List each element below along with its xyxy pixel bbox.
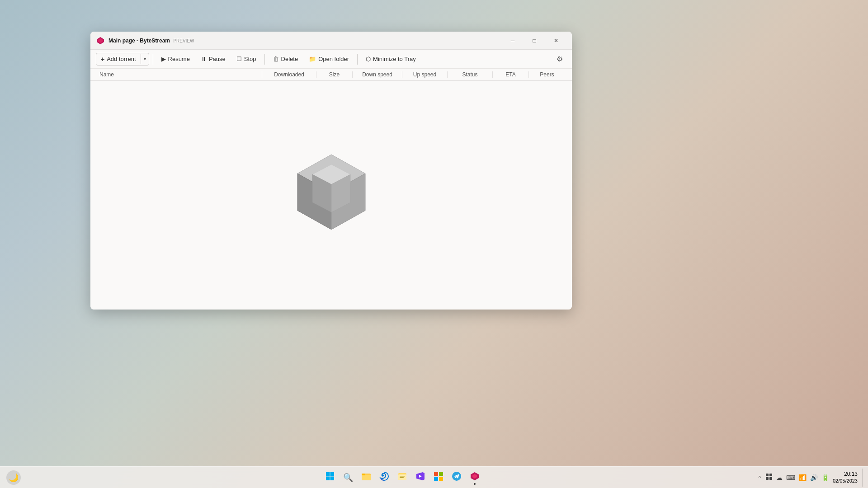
window-title: Main page - ByteStream PREVIEW bbox=[108, 38, 502, 44]
telegram-icon bbox=[452, 471, 462, 483]
column-down-speed[interactable]: Down speed bbox=[353, 71, 402, 78]
svg-rect-27 bbox=[769, 474, 772, 476]
column-peers[interactable]: Peers bbox=[529, 71, 565, 78]
delete-icon: 🗑 bbox=[273, 56, 279, 62]
edge-icon bbox=[379, 471, 389, 483]
svg-rect-8 bbox=[326, 472, 330, 476]
keyboard-icon[interactable]: ⌨ bbox=[785, 473, 796, 482]
files-app-icon bbox=[397, 471, 407, 483]
column-up-speed[interactable]: Up speed bbox=[402, 71, 448, 78]
stop-button[interactable]: ☐ Stop bbox=[232, 53, 261, 65]
svg-rect-22 bbox=[439, 477, 443, 481]
telegram-button[interactable] bbox=[448, 469, 465, 486]
toolbar-separator-3 bbox=[357, 54, 358, 65]
svg-rect-13 bbox=[362, 475, 371, 480]
column-eta[interactable]: ETA bbox=[493, 71, 529, 78]
ms-store-button[interactable] bbox=[430, 469, 447, 486]
svg-rect-11 bbox=[330, 477, 335, 481]
wifi-icon[interactable]: 📶 bbox=[798, 473, 807, 482]
open-folder-button[interactable]: 📁 Open folder bbox=[304, 53, 354, 65]
cortana-icon[interactable]: 🌙 bbox=[6, 470, 21, 485]
taskbar-right: ^ ☁ ⌨ 📶 🔊 🔋 bbox=[778, 469, 868, 487]
add-torrent-button[interactable]: + Add torrent bbox=[96, 53, 141, 65]
battery-icon[interactable]: 🔋 bbox=[821, 473, 830, 482]
resume-button[interactable]: ▶ Resume bbox=[157, 53, 194, 65]
system-clock[interactable]: 20:13 02/05/2023 bbox=[833, 471, 858, 484]
svg-rect-10 bbox=[326, 477, 330, 481]
minimize-button[interactable]: ─ bbox=[502, 33, 523, 48]
visual-studio-icon bbox=[415, 471, 425, 483]
column-downloaded[interactable]: Downloaded bbox=[262, 71, 316, 78]
empty-state-cube bbox=[286, 145, 377, 245]
onedrive-icon[interactable]: ☁ bbox=[775, 473, 783, 482]
search-icon: 🔍 bbox=[343, 473, 353, 483]
delete-button[interactable]: 🗑 Delete bbox=[269, 53, 303, 65]
svg-rect-21 bbox=[434, 477, 438, 481]
file-explorer-button[interactable] bbox=[358, 469, 374, 486]
add-torrent-dropdown-button[interactable]: ▾ bbox=[141, 54, 149, 64]
taskbar: 🌙 🔍 bbox=[0, 466, 868, 488]
column-status[interactable]: Status bbox=[448, 71, 493, 78]
tray-icons: ^ ☁ ⌨ 📶 🔊 🔋 bbox=[757, 472, 830, 483]
column-headers: Name Downloaded Size Down speed Up speed… bbox=[90, 69, 572, 81]
app-icon bbox=[96, 36, 105, 45]
svg-rect-14 bbox=[362, 474, 365, 475]
column-name[interactable]: Name bbox=[90, 71, 262, 78]
bytestream-taskbar-icon bbox=[470, 471, 480, 483]
plus-icon: + bbox=[101, 56, 104, 63]
start-button[interactable] bbox=[322, 469, 338, 486]
volume-icon[interactable]: 🔊 bbox=[809, 473, 819, 482]
taskbar-left: 🌙 bbox=[0, 470, 27, 485]
toolbar-separator-1 bbox=[153, 54, 153, 65]
toolbar: + Add torrent ▾ ▶ Resume ⏸ Pause ☐ bbox=[90, 50, 572, 69]
cortana-symbol: 🌙 bbox=[9, 473, 19, 483]
column-size[interactable]: Size bbox=[316, 71, 353, 78]
svg-rect-17 bbox=[400, 476, 405, 477]
svg-rect-28 bbox=[766, 477, 769, 480]
maximize-button[interactable]: □ bbox=[524, 33, 545, 48]
chevron-down-icon: ▾ bbox=[144, 56, 146, 61]
pause-button[interactable]: ⏸ Pause bbox=[196, 53, 230, 65]
title-bar: Main page - ByteStream PREVIEW ─ □ ✕ bbox=[90, 32, 572, 50]
desktop: Main page - ByteStream PREVIEW ─ □ ✕ + A… bbox=[0, 0, 868, 488]
file-explorer-icon bbox=[361, 471, 371, 483]
edge-button[interactable] bbox=[376, 469, 392, 486]
toolbar-separator-2 bbox=[264, 54, 265, 65]
content-area bbox=[90, 81, 572, 310]
tray-expand-button[interactable]: ^ bbox=[757, 474, 763, 481]
taskbar-center: 🔍 bbox=[27, 469, 778, 486]
ms-store-icon bbox=[434, 471, 443, 483]
pause-icon: ⏸ bbox=[201, 56, 207, 62]
svg-rect-26 bbox=[766, 474, 769, 476]
settings-button[interactable]: ⚙ bbox=[553, 52, 566, 66]
show-desktop-button[interactable] bbox=[862, 469, 863, 487]
svg-rect-29 bbox=[769, 477, 772, 480]
settings-icon: ⚙ bbox=[557, 55, 563, 63]
files-app-button[interactable] bbox=[394, 469, 410, 486]
svg-rect-9 bbox=[330, 472, 335, 476]
svg-rect-19 bbox=[434, 472, 438, 476]
close-button[interactable]: ✕ bbox=[546, 33, 566, 48]
window-controls: ─ □ ✕ bbox=[502, 33, 566, 48]
tray-icon: ⬡ bbox=[366, 56, 371, 62]
stop-icon: ☐ bbox=[236, 56, 242, 62]
bytestream-taskbar-button[interactable] bbox=[467, 469, 483, 486]
visual-studio-button[interactable] bbox=[412, 469, 429, 486]
search-button[interactable]: 🔍 bbox=[340, 469, 356, 486]
folder-icon: 📁 bbox=[309, 56, 316, 62]
svg-rect-18 bbox=[400, 477, 404, 478]
main-window: Main page - ByteStream PREVIEW ─ □ ✕ + A… bbox=[90, 32, 572, 310]
virtual-desktop-icon[interactable] bbox=[764, 472, 774, 483]
minimize-to-tray-button[interactable]: ⬡ Minimize to Tray bbox=[361, 53, 420, 65]
start-icon bbox=[326, 472, 335, 483]
svg-rect-20 bbox=[439, 472, 443, 476]
resume-icon: ▶ bbox=[161, 56, 166, 62]
add-torrent-group: + Add torrent ▾ bbox=[96, 53, 149, 66]
